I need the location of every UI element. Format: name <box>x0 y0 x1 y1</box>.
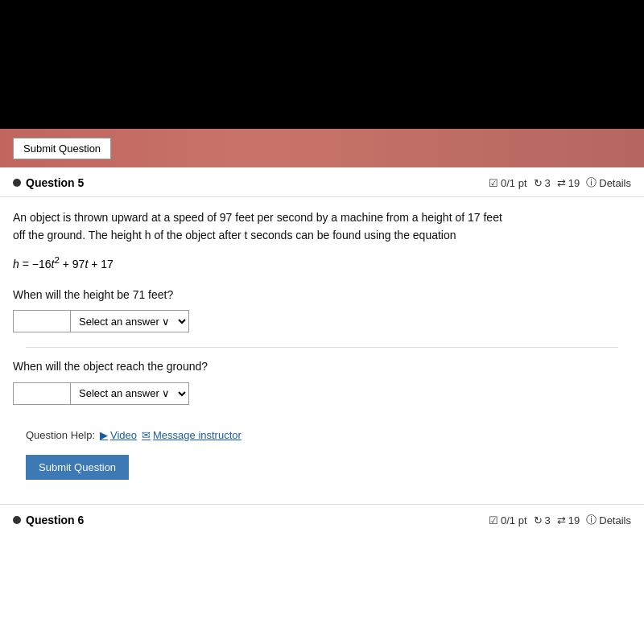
question6-remaining-item: ⇄ 19 <box>557 514 580 526</box>
subquestion1: When will the height be 71 feet? Select … <box>13 286 631 332</box>
question6-remaining: 19 <box>568 514 580 526</box>
question5-details-label: Details <box>599 177 631 189</box>
submit-btn-area: Submit Question <box>13 448 631 493</box>
question6-number-row: Question 6 <box>13 514 84 526</box>
help-label: Question Help: <box>26 427 95 444</box>
question5-score: 0/1 pt <box>501 177 527 189</box>
message-instructor-link[interactable]: ✉ Message instructor <box>142 427 242 444</box>
question6-bullet <box>13 516 21 524</box>
q6-checkbox-icon: ☑ <box>489 514 498 526</box>
question5-remaining-item: ⇄ 19 <box>557 177 580 189</box>
top-black-area <box>0 0 644 129</box>
question5-body: An object is thrown upward at a speed of… <box>0 197 644 504</box>
video-icon: ▶ <box>100 427 108 444</box>
question6-details-item[interactable]: ⓘ Details <box>586 513 631 527</box>
question6-details-label: Details <box>599 514 631 526</box>
video-link[interactable]: ▶ Video <box>100 427 137 444</box>
question-help-row: Question Help: ▶ Video ✉ Message instruc… <box>13 419 631 449</box>
question5-header: Question 5 ☑ 0/1 pt ↻ 3 ⇄ 19 ⓘ Details <box>0 167 644 197</box>
main-content: Submit Question Question 5 ☑ 0/1 pt ↻ 3 … <box>0 129 644 644</box>
question6-attempts-item: ↻ 3 <box>534 514 551 526</box>
question6-label: Question 6 <box>26 514 84 526</box>
question5-score-item: ☑ 0/1 pt <box>489 177 527 189</box>
subquestion2-label: When will the object reach the ground? <box>13 357 631 375</box>
info-icon: ⓘ <box>586 175 597 190</box>
subquestion2: When will the object reach the ground? S… <box>13 357 631 404</box>
subquestion1-select[interactable]: Select an answer ∨ <box>71 310 189 332</box>
submit-question-top-button[interactable]: Submit Question <box>13 138 111 159</box>
clock-icon: ↻ <box>534 177 543 189</box>
question5-meta: ☑ 0/1 pt ↻ 3 ⇄ 19 ⓘ Details <box>489 175 631 190</box>
question5-remaining: 19 <box>568 177 580 189</box>
checkbox-icon: ☑ <box>489 177 498 189</box>
question6-meta: ☑ 0/1 pt ↻ 3 ⇄ 19 ⓘ Details <box>489 513 631 527</box>
subquestion2-select[interactable]: Select an answer ∨ <box>71 382 189 405</box>
question5-problem-text: An object is thrown upward at a speed of… <box>13 208 631 245</box>
arrows-icon: ⇄ <box>557 177 566 189</box>
question5-bullet <box>13 179 21 187</box>
question6-attempts: 3 <box>545 514 551 526</box>
email-icon: ✉ <box>142 427 151 444</box>
subquestion1-input[interactable] <box>13 310 71 332</box>
subquestion2-answer-row: Select an answer ∨ <box>13 382 631 405</box>
question6-score: 0/1 pt <box>501 514 527 526</box>
question6-header: Question 6 ☑ 0/1 pt ↻ 3 ⇄ 19 ⓘ Details <box>0 504 644 534</box>
subquestion1-label: When will the height be 71 feet? <box>13 286 631 303</box>
divider1 <box>26 347 618 348</box>
question5-equation: h = −16t2 + 97t + 17 <box>13 253 631 273</box>
question5-details-item[interactable]: ⓘ Details <box>586 175 631 190</box>
subquestion2-input[interactable] <box>13 382 71 405</box>
question5-number-row: Question 5 <box>13 176 84 189</box>
banner-area: Submit Question <box>0 129 644 167</box>
q6-info-icon: ⓘ <box>586 513 597 527</box>
submit-question-button[interactable]: Submit Question <box>26 455 129 480</box>
question5-attempts-item: ↻ 3 <box>534 177 551 189</box>
question6-score-item: ☑ 0/1 pt <box>489 514 527 526</box>
subquestion1-answer-row: Select an answer ∨ <box>13 310 631 332</box>
q6-clock-icon: ↻ <box>534 514 543 526</box>
question5-label: Question 5 <box>26 176 84 189</box>
q6-arrows-icon: ⇄ <box>557 514 566 526</box>
question5-attempts: 3 <box>545 177 551 189</box>
